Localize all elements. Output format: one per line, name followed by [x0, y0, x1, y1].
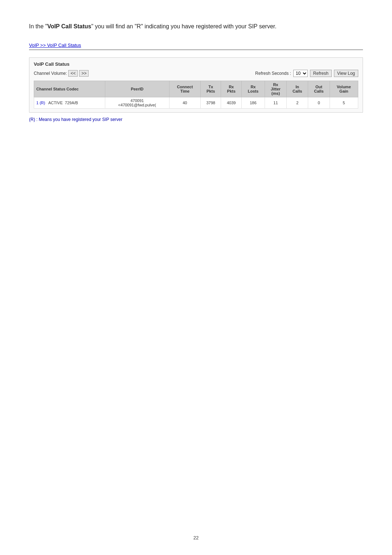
col-header-rx-losts: RxLosts: [241, 81, 265, 97]
table-header: Channel Status Codec PeerID ConnectTime …: [34, 81, 358, 97]
panel-title: VoIP Call Status: [34, 61, 358, 67]
cell-rx-pkts: 4039: [221, 97, 242, 108]
table-row: 1 (R) ACTIVE 729A/B 470091<470091@fwd.pu…: [34, 97, 358, 108]
cell-in-calls: 2: [287, 97, 308, 108]
col-header-peerid: PeerID: [105, 81, 169, 97]
col-header-connect-time: ConnectTime: [169, 81, 200, 97]
col-header-volume-gain: VolumeGain: [330, 81, 358, 97]
breadcrumb: VoIP >> VoIP Call Status: [29, 42, 363, 50]
cell-rx-jitter: 11: [265, 97, 286, 108]
table-body: 1 (R) ACTIVE 729A/B 470091<470091@fwd.pu…: [34, 97, 358, 108]
col-header-rx-jitter: RxJitter(ms): [265, 81, 286, 97]
channel-volume-label: Channel Volume:: [34, 71, 67, 76]
channel-volume-group: Channel Volume: << >>: [34, 70, 89, 77]
col-header-rx-pkts: RxPkts: [221, 81, 242, 97]
channel-id: 1 (R): [36, 101, 45, 105]
cell-tx-pkts: 3798: [200, 97, 221, 108]
cell-connect-time: 40: [169, 97, 200, 108]
col-header-out-calls: OutCalls: [308, 81, 330, 97]
call-status-table: Channel Status Codec PeerID ConnectTime …: [34, 81, 358, 109]
breadcrumb-link[interactable]: VoIP >> VoIP Call Status: [29, 42, 81, 48]
intro-paragraph: In the "VoIP Call Status" you will find …: [29, 22, 363, 31]
col-header-channel-status-codec: Channel Status Codec: [34, 81, 105, 97]
cell-rx-losts: 186: [241, 97, 265, 108]
footnote: (R) : Means you have registered your SIP…: [29, 117, 363, 122]
refresh-group: Refresh Seconds : 10 20 30 60 Refresh Vi…: [255, 70, 358, 77]
col-header-tx-pkts: TxPkts: [200, 81, 221, 97]
channel-next-button[interactable]: >>: [79, 70, 89, 77]
refresh-seconds-label: Refresh Seconds :: [255, 71, 291, 76]
voip-call-status-panel: VoIP Call Status Channel Volume: << >> R…: [29, 57, 363, 113]
cell-out-calls: 0: [308, 97, 330, 108]
cell-volume-gain: 5: [330, 97, 358, 108]
refresh-seconds-select[interactable]: 10 20 30 60: [293, 70, 308, 77]
channel-prev-button[interactable]: <<: [68, 70, 78, 77]
cell-channel: 1 (R) ACTIVE 729A/B: [34, 97, 105, 108]
refresh-button[interactable]: Refresh: [310, 70, 332, 77]
view-log-button[interactable]: View Log: [334, 70, 358, 77]
col-header-in-calls: InCalls: [287, 81, 308, 97]
page-number: 22: [193, 535, 199, 540]
bold-voip-call-status: VoIP Call Status: [47, 23, 91, 29]
page-footer: 22: [0, 535, 392, 540]
controls-row: Channel Volume: << >> Refresh Seconds : …: [34, 70, 358, 77]
cell-peerid: 470091<470091@fwd.pulve(: [105, 97, 169, 108]
